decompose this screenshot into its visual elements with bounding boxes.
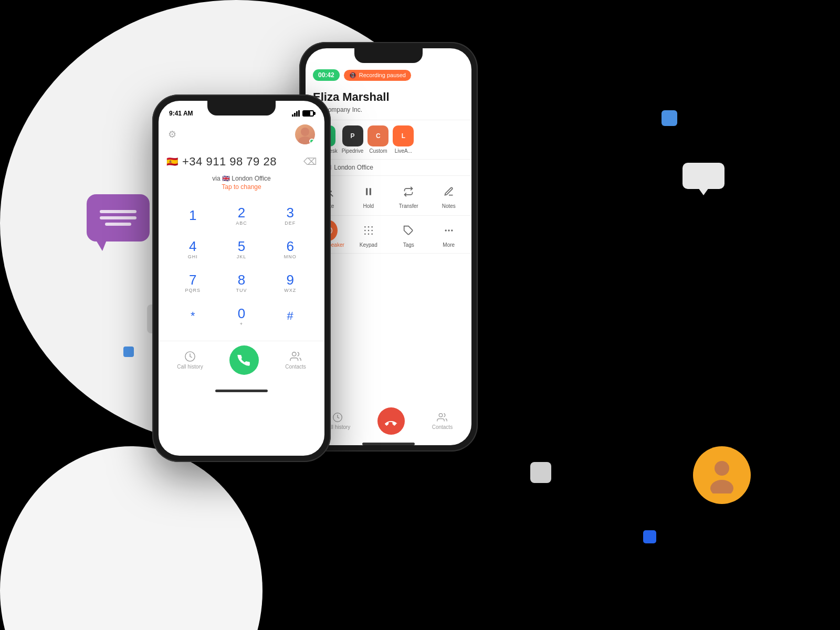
dial-num-1: 1 (189, 208, 196, 222)
settings-icon[interactable]: ⚙ (168, 129, 176, 140)
hold-icon (359, 182, 378, 201)
hold-label: Hold (363, 203, 374, 209)
svg-point-13 (371, 230, 373, 232)
via-text: via 🇬🇧 (212, 175, 232, 182)
end-call-button[interactable] (377, 407, 405, 435)
integration-live[interactable]: L LiveA... (393, 125, 414, 154)
dial-key-2[interactable]: 2 ABC (218, 200, 266, 232)
phone1-office-row: via 🇬🇧 London Office Tap to change (159, 174, 324, 192)
dial-key-1[interactable]: 1 (169, 200, 217, 232)
svg-point-30 (292, 352, 296, 356)
dial-num-star: * (191, 310, 195, 322)
dial-num-9: 9 (286, 273, 293, 287)
svg-rect-5 (366, 188, 368, 195)
status-icons (292, 110, 314, 117)
dial-key-6[interactable]: 6 MNO (266, 233, 314, 266)
keypad-button[interactable]: Keypad (349, 221, 389, 248)
call-button[interactable] (229, 345, 259, 375)
notes-button[interactable]: Notes (429, 182, 469, 209)
more-icon (439, 221, 458, 240)
svg-point-20 (451, 229, 453, 231)
chat-line-2 (100, 216, 136, 219)
backspace-button[interactable]: ⌫ (303, 156, 317, 167)
contact-name: Eliza Marshall (313, 90, 464, 104)
history-icon (332, 412, 343, 423)
svg-rect-6 (369, 188, 371, 195)
dial-letters-6: MNO (284, 254, 297, 259)
phone1-nav-contacts-label: Contacts (285, 364, 306, 370)
dial-num-4: 4 (189, 239, 196, 253)
phone2-nav-contacts-label: Contacts (432, 424, 453, 430)
chat-line-3 (105, 223, 131, 226)
pipedrive-label: Pipedrive (342, 148, 364, 154)
svg-rect-25 (296, 111, 298, 117)
dial-letters-2: ABC (236, 220, 247, 226)
hold-button[interactable]: Hold (349, 182, 389, 209)
dial-key-star[interactable]: * (169, 300, 217, 333)
phone1-number-row: 🇪🇸 +34 911 98 79 28 ⌫ (159, 150, 324, 174)
dial-letters-4: GHI (188, 254, 198, 259)
integration-pipedrive[interactable]: P Pipedrive (342, 125, 364, 154)
dial-key-8[interactable]: 8 TUV (218, 267, 266, 299)
avatar-decoration (693, 446, 751, 504)
svg-point-0 (715, 461, 729, 476)
svg-point-27 (301, 128, 309, 136)
phone-icon (237, 353, 251, 367)
transfer-icon (399, 182, 418, 201)
deco-square-blue-topright (662, 110, 677, 126)
phone1-bottom-bar: Call history Cont (159, 341, 324, 385)
dial-num-0: 0 (238, 307, 245, 320)
svg-point-14 (364, 233, 366, 235)
phone-number-display: +34 911 98 79 28 (182, 155, 277, 169)
dial-key-hash[interactable]: # (266, 300, 314, 333)
svg-point-12 (368, 230, 370, 232)
user-avatar[interactable] (295, 124, 315, 144)
more-label: More (443, 242, 455, 248)
dial-num-3: 3 (286, 206, 293, 219)
dialer-grid: 1 2 ABC 3 DEF 4 GHI 5 JKL (159, 192, 324, 341)
custom-icon: C (368, 125, 388, 146)
contacts-icon (290, 351, 301, 362)
svg-point-11 (364, 230, 366, 232)
transfer-button[interactable]: Transfer (388, 182, 429, 209)
dial-key-3[interactable]: 3 DEF (266, 200, 314, 232)
svg-point-10 (371, 226, 373, 228)
dial-key-7[interactable]: 7 PQRS (169, 267, 217, 299)
phone2-nav-contacts[interactable]: Contacts (432, 412, 453, 430)
tags-button[interactable]: Tags (388, 221, 429, 248)
integration-custom[interactable]: C Custom (368, 125, 388, 154)
dial-key-0[interactable]: 0 + (218, 300, 266, 333)
deco-square-blue-bottomright (643, 530, 656, 543)
dial-num-8: 8 (238, 273, 245, 287)
phone1-nav-contacts[interactable]: Contacts (285, 351, 306, 370)
phone1-nav-call[interactable] (229, 345, 259, 375)
notes-label: Notes (442, 203, 456, 209)
tap-to-change[interactable]: Tap to change (159, 183, 324, 191)
tags-icon (399, 221, 418, 240)
svg-point-8 (364, 226, 366, 228)
tooltip-decoration (682, 163, 724, 189)
more-button[interactable]: More (429, 221, 469, 248)
phone2-contact-section: Eliza Marshall 🇪🇸 Company Inc. (306, 86, 471, 120)
dial-key-9[interactable]: 9 WXZ (266, 267, 314, 299)
phone1-screen: 9:41 AM ⚙ (159, 101, 324, 456)
contact-company: 🇪🇸 Company Inc. (313, 106, 464, 113)
status-time: 9:41 AM (169, 110, 193, 117)
svg-point-22 (439, 414, 443, 417)
phone1-device: 9:41 AM ⚙ (152, 94, 331, 462)
live-label: LiveA... (395, 148, 412, 154)
recording-status-text: Recording paused (359, 72, 406, 78)
contacts-icon2 (437, 412, 447, 423)
phone1-nav-history[interactable]: Call history (177, 351, 203, 370)
svg-point-18 (445, 229, 446, 231)
svg-point-1 (710, 480, 733, 494)
dial-key-5[interactable]: 5 JKL (218, 233, 266, 266)
phone1-notch (207, 101, 276, 116)
dial-letters-3: DEF (285, 220, 296, 226)
dial-num-hash: # (287, 310, 293, 322)
svg-point-15 (368, 233, 370, 235)
transfer-label: Transfer (399, 203, 418, 209)
online-indicator (309, 139, 314, 144)
dial-key-4[interactable]: 4 GHI (169, 233, 217, 266)
keypad-icon (359, 221, 378, 240)
